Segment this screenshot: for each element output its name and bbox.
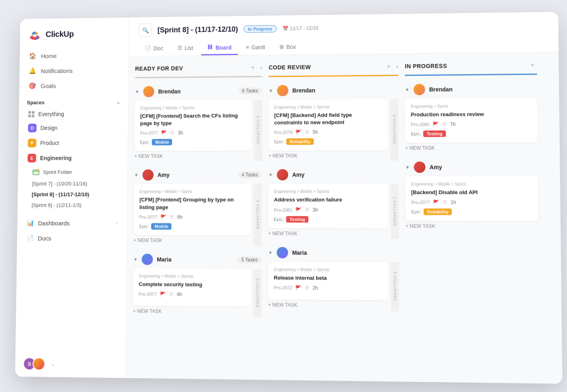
epic-badge: Testing (423, 130, 445, 137)
task-card[interactable]: Engineering > Mobile > Sprints [CFM] [Fr… (134, 99, 252, 151)
user-menu-chevron-icon[interactable]: ⌄ (51, 362, 54, 366)
column-title-review: CODE REVIEW (268, 64, 310, 71)
task-breadcrumb: Engineering > Mobile > Sprints (139, 274, 245, 279)
task-id: Pro-2077 (140, 131, 158, 135)
task-meta: Pro-2077 🚩 ⏱ 3h (140, 130, 246, 136)
column-chevron-review[interactable]: › (396, 63, 398, 69)
group-collapse-brendan[interactable]: ▼ (135, 89, 139, 94)
collapsed-indicator[interactable]: 1 COLLAPSED (390, 184, 399, 239)
task-time: 3h (312, 207, 318, 212)
flag-icon: 🚩 (295, 129, 302, 135)
collapsed-indicator[interactable]: 6 COLLAPSED (391, 262, 399, 311)
group-header-maria: ▼ Maria 5 Tasks (133, 250, 261, 268)
task-time: 1h (450, 199, 456, 205)
collapsed-indicator[interactable]: 2 COLLAPSED (253, 184, 261, 246)
sidebar-item-sprint7[interactable]: [Sprint 7] - (10/20-11/16) (27, 178, 123, 189)
task-title: [CFM] [Backend] Add field type constrain… (274, 111, 382, 126)
task-breadcrumb: Engineering > Mobile > Sprints (274, 267, 382, 272)
engineering-dot: E (27, 154, 36, 163)
column-chevron-ready[interactable]: › (260, 64, 262, 71)
task-breadcrumb: Engineering > Mobile > Sprints (140, 105, 246, 110)
sidebar-item-dashboards[interactable]: 📊 Dashboards › (22, 215, 122, 231)
sidebar-item-sprint8[interactable]: [Sprint 8] - (11/17-12/10) (27, 189, 122, 200)
new-task-button[interactable]: + NEW TASK (133, 235, 251, 246)
group-brendan-review: ▼ Brendan Engineering > Mobile > Sprints… (268, 81, 398, 161)
group-collapse-amy-review[interactable]: ▼ (268, 172, 273, 177)
flag-icon: 🚩 (160, 291, 166, 297)
tab-doc[interactable]: 📄 Doc (138, 41, 169, 56)
task-card[interactable]: Engineering > Mobile > Sprints Release i… (268, 261, 388, 300)
sidebar-item-home[interactable]: 🏠 Home (24, 47, 124, 63)
bell-icon: 🔔 (29, 67, 36, 75)
logo[interactable]: ClickUp (19, 17, 128, 49)
task-breadcrumb: Engineering > Mobile > Sprint (411, 182, 532, 186)
task-card[interactable]: Engineering > Sprint Production readines… (405, 97, 538, 143)
spaces-chevron-icon[interactable]: ⌄ (116, 99, 120, 105)
new-task-button[interactable]: + NEW TASK (268, 150, 388, 161)
group-collapse-brendan-inprogress[interactable]: ▼ (405, 87, 409, 92)
column-add-button-inprogress[interactable]: + (528, 60, 537, 69)
sidebar-item-goals[interactable]: 🎯 Goals (24, 77, 123, 93)
tab-box[interactable]: ⊞ Box (273, 40, 302, 54)
time-icon: ⏱ (305, 285, 309, 290)
sidebar-item-design[interactable]: D Design (23, 120, 123, 135)
column-add-button-review[interactable]: + (384, 62, 393, 71)
flag-icon: 🚩 (295, 207, 302, 212)
collapsed-indicator[interactable]: 3 COLLAPSED (254, 99, 262, 161)
time-icon: ⏱ (442, 122, 447, 126)
task-title: Release internal beta (274, 274, 382, 282)
board-icon (207, 44, 213, 51)
new-task-button[interactable]: + NEW TASK (405, 221, 539, 231)
collapsed-indicator[interactable]: 5 COLLAPSED (390, 99, 398, 161)
task-id: Pro-2077 (139, 291, 157, 296)
date-range: 📅 11/17 - 12/10 (282, 25, 318, 31)
sidebar-item-engineering[interactable]: E Engineering (23, 150, 123, 165)
group-header-brendan: ▼ Brendan 6 Tasks (135, 82, 262, 101)
column-add-button-ready[interactable]: + (248, 63, 257, 72)
sidebar-item-product[interactable]: P Product (23, 135, 123, 150)
new-task-button[interactable]: + NEW TASK (133, 306, 251, 317)
goals-icon: 🎯 (28, 82, 36, 89)
new-task-button[interactable]: + NEW TASK (268, 228, 388, 239)
task-time: 3h (178, 130, 183, 136)
tab-gantt[interactable]: ≡ Gantt (240, 40, 272, 54)
tab-list[interactable]: ☰ List (171, 41, 199, 55)
dashboards-icon: 📊 (26, 219, 34, 226)
task-card[interactable]: Engineering > Mobile > Sprint [Backend] … (405, 176, 538, 221)
sprint-title: [Sprint 8] - (11/17-12/10) (157, 25, 238, 34)
task-card[interactable]: Engineering > Mobile > Sprints [CFM] [Ba… (268, 99, 388, 150)
top-bar: 🔍 [Sprint 8] - (11/17-12/10) In Progress… (129, 12, 558, 56)
sidebar-item-sprint-folder[interactable]: Sprint Folder (27, 165, 123, 178)
group-collapse-brendan-review[interactable]: ▼ (268, 88, 273, 93)
avatar-amy-review (277, 169, 288, 180)
new-task-button[interactable]: + NEW TASK (405, 142, 538, 153)
group-header-maria-review: ▼ Maria (268, 243, 399, 262)
group-collapse-amy[interactable]: ▼ (134, 173, 138, 178)
task-meta: Pro-2077 🚩 ⏱ 6h (139, 214, 246, 220)
flag-icon: 🚩 (160, 214, 166, 220)
tab-board[interactable]: Board (201, 41, 238, 55)
task-card[interactable]: Engineering > Mobile > Sprints Address v… (268, 184, 388, 228)
task-card[interactable]: Engineering > Mobile > Sprints Complete … (133, 268, 251, 306)
svg-rect-3 (210, 44, 212, 49)
sidebar-item-sprint9[interactable]: [Sprint 9] - (12/11-1/3) (27, 199, 122, 210)
group-collapse-maria-review[interactable]: ▼ (268, 250, 272, 255)
task-card[interactable]: Engineering > Mobile > Sprint [CFM] [Fro… (133, 184, 251, 235)
avatar-maria-review (276, 246, 288, 258)
group-amy-inprogress: ▼ Amy Engineering > Mobile > Sprint [Bac… (405, 158, 539, 231)
sidebar-item-docs[interactable]: 📄 Docs (21, 230, 122, 246)
sidebar-item-notifications[interactable]: 🔔 Notifications (24, 62, 124, 78)
group-collapse-amy-inprogress[interactable]: ▼ (405, 165, 409, 169)
grid-icon (28, 111, 34, 117)
new-task-button[interactable]: + NEW TASK (134, 150, 251, 161)
sidebar-item-everything[interactable]: Everything (23, 107, 123, 120)
group-collapse-maria[interactable]: ▼ (133, 257, 138, 261)
group-amy-review: ▼ Amy Engineering > Mobile > Sprints Add… (268, 165, 399, 239)
search-button[interactable]: 🔍 (138, 23, 152, 37)
epic-label: Epic: (411, 209, 421, 214)
top-bar-row1: 🔍 [Sprint 8] - (11/17-12/10) In Progress… (138, 18, 548, 37)
collapsed-indicator[interactable]: 3 COLLAPSED (253, 268, 261, 317)
new-task-button[interactable]: + NEW TASK (268, 299, 388, 311)
task-title: Complete security testing (139, 281, 245, 289)
column-header-ready: READY FOR DEV + › (135, 63, 262, 78)
